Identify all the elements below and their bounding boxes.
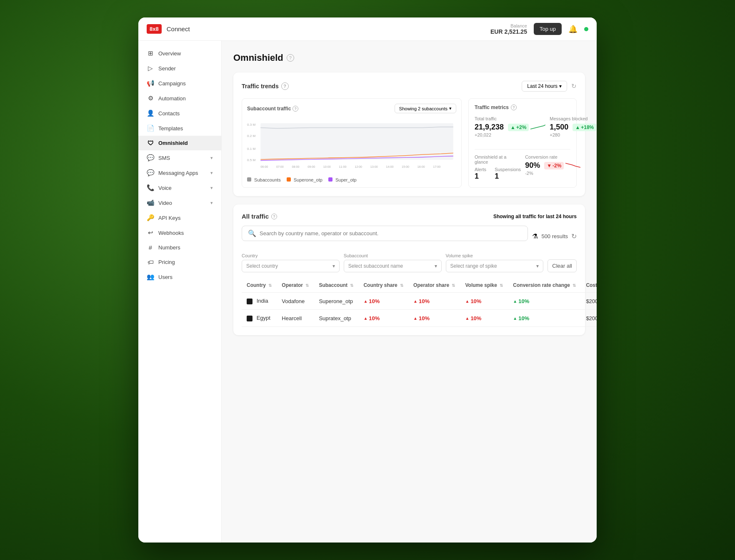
total-traffic-sparkline: [530, 124, 545, 131]
sidebar-item-sender[interactable]: ▷ Sender: [138, 61, 221, 76]
top-up-button[interactable]: Top up: [534, 23, 562, 35]
spike-up-indicator: ▲ 10%: [465, 315, 481, 321]
chevron-down-icon: ▾: [210, 200, 213, 206]
triangle-up-green-icon: ▲: [513, 299, 517, 304]
spike-up-green-indicator: ▲ 10%: [513, 315, 529, 321]
users-icon: 👥: [147, 273, 154, 281]
sidebar-item-omnishield[interactable]: 🛡 Omnishield: [138, 136, 221, 150]
automation-icon: ⚙: [147, 95, 154, 102]
spike-up-green-indicator: ▲ 10%: [513, 298, 529, 304]
omnishield-icon: 🛡: [147, 139, 154, 147]
sidebar-item-label: Omnishield: [158, 140, 188, 146]
sidebar-item-overview[interactable]: ⊞ Overview: [138, 46, 221, 61]
sidebar-item-automation[interactable]: ⚙ Automation: [138, 91, 221, 106]
metrics-info-icon[interactable]: ?: [511, 105, 517, 110]
sidebar-item-api-keys[interactable]: 🔑 API Keys: [138, 210, 221, 225]
legend-super-otp: Super_otp: [328, 177, 357, 182]
all-traffic-card: All traffic ? Showing all traffic for la…: [233, 204, 585, 335]
col-operator: Operator ⇅: [277, 278, 314, 293]
bell-icon[interactable]: 🔔: [568, 25, 578, 34]
sort-icon[interactable]: ⇅: [350, 283, 353, 288]
triangle-up-icon: ▲: [363, 316, 368, 321]
sidebar-item-sms[interactable]: 💬 SMS ▾: [138, 150, 221, 165]
sort-icon[interactable]: ⇅: [572, 283, 576, 288]
svg-text:13:00: 13:00: [370, 165, 378, 169]
cell-volume-spike: ▲ 10%: [460, 293, 508, 310]
sidebar-item-label: Contacts: [158, 110, 180, 117]
spike-up-indicator: ▲ 10%: [363, 298, 380, 304]
clear-all-button[interactable]: Clear all: [548, 259, 577, 272]
subaccounts-filter-button[interactable]: Showing 2 subaccounts ▾: [395, 104, 456, 113]
traffic-trends-info-icon[interactable]: ?: [281, 82, 289, 90]
cell-cost-incurred: $200: [581, 293, 597, 310]
sidebar-item-label: Users: [158, 274, 172, 280]
balance-label: Balance: [490, 23, 527, 28]
chart-subheader: Subaccount traffic ? Showing 2 subaccoun…: [247, 104, 456, 113]
sidebar-item-numbers[interactable]: # Numbers: [138, 240, 221, 255]
svg-text:08:00: 08:00: [292, 165, 300, 169]
traffic-inner: Subaccount traffic ? Showing 2 subaccoun…: [242, 98, 577, 188]
svg-text:0.3 M: 0.3 M: [247, 123, 255, 127]
app-name: Connect: [167, 25, 490, 32]
svg-text:0.5 M: 0.5 M: [247, 158, 255, 162]
refresh-icon[interactable]: ↻: [571, 82, 577, 90]
svg-text:15:00: 15:00: [402, 165, 409, 169]
volume-spike-select[interactable]: Select range of spike ▾: [446, 260, 544, 272]
all-traffic-header: All traffic ? Showing all traffic for la…: [242, 213, 577, 220]
messages-blocked-metric: Messages blocked 1,500 ▲ +18%: [550, 116, 597, 137]
page-header: Omnishield ?: [233, 52, 585, 63]
sidebar-item-contacts[interactable]: 👤 Contacts: [138, 106, 221, 121]
subaccount-traffic-label: Subaccount traffic ?: [247, 106, 298, 112]
time-filter-button[interactable]: Last 24 hours ▾: [522, 81, 567, 92]
sidebar-item-templates[interactable]: 📄 Templates: [138, 121, 221, 136]
voice-icon: 📞: [147, 184, 154, 192]
subaccount-info-icon[interactable]: ?: [292, 106, 298, 112]
sidebar-item-label: SMS: [158, 155, 170, 161]
table-row: Egypt Hearcell Supratex_otp ▲ 10%: [242, 310, 597, 327]
sort-icon[interactable]: ⇅: [305, 283, 309, 288]
top-bar: 8x8 Connect Balance EUR 2,521.25 Top up …: [138, 17, 597, 41]
metrics-title: Traffic metrics ?: [475, 105, 570, 110]
search-input[interactable]: [260, 230, 522, 236]
sidebar-item-voice[interactable]: 📞 Voice ▾: [138, 180, 221, 195]
omnishield-info-icon[interactable]: ?: [287, 54, 294, 62]
cell-subaccount: Superone_otp: [314, 293, 358, 310]
overview-icon: ⊞: [147, 50, 154, 57]
sidebar-item-pricing[interactable]: 🏷 Pricing: [138, 255, 221, 269]
chart-svg: 0.3 M 0.2 M 0.1 M 0.5 M: [247, 117, 456, 173]
subaccount-select[interactable]: Select subaccount name ▾: [344, 260, 442, 272]
alerts-col: Alerts 1: [475, 167, 486, 181]
sort-icon[interactable]: ⇅: [268, 283, 272, 288]
sidebar-item-label: Voice: [158, 185, 172, 191]
country-select[interactable]: Select country ▾: [242, 260, 340, 272]
table-body: India Vodafone Superone_otp ▲ 10%: [242, 293, 597, 327]
sidebar-item-users[interactable]: 👥 Users: [138, 269, 221, 284]
subaccount-filter-group: Subaccount Select subaccount name ▾: [344, 253, 442, 272]
sidebar-item-label: Automation: [158, 95, 186, 102]
triangle-up-icon: ▲: [465, 316, 469, 321]
filter-icon[interactable]: ⚗: [532, 232, 538, 240]
chevron-down-icon: ▾: [559, 83, 562, 89]
sidebar-item-campaigns[interactable]: 📢 Campaigns: [138, 76, 221, 91]
all-traffic-info-icon[interactable]: ?: [271, 214, 277, 219]
messaging-apps-icon: 💬: [147, 169, 154, 177]
cell-subaccount: Supratex_otp: [314, 310, 358, 327]
sidebar-item-label: Video: [158, 200, 172, 206]
all-traffic-table: Country ⇅ Operator ⇅ Subaccount ⇅: [242, 278, 597, 327]
sort-icon[interactable]: ⇅: [400, 283, 403, 288]
sender-icon: ▷: [147, 65, 154, 72]
col-subaccount: Subaccount ⇅: [314, 278, 358, 293]
filters-row: Country Select country ▾ Subaccount Sele…: [242, 253, 577, 272]
sidebar-item-webhooks[interactable]: ↩ Webhooks: [138, 225, 221, 240]
svg-text:06:00: 06:00: [260, 165, 268, 169]
sort-icon[interactable]: ⇅: [452, 283, 455, 288]
traffic-trends-title: Traffic trends ?: [242, 82, 289, 90]
chevron-down-icon: ▾: [449, 106, 452, 111]
status-dot: [584, 27, 588, 31]
chevron-down-icon: ▾: [210, 185, 213, 191]
table-row: India Vodafone Superone_otp ▲ 10%: [242, 293, 597, 310]
sidebar-item-video[interactable]: 📹 Video ▾: [138, 195, 221, 210]
sort-icon[interactable]: ⇅: [500, 283, 503, 288]
refresh-button[interactable]: ↻: [571, 232, 577, 240]
sidebar-item-messaging-apps[interactable]: 💬 Messaging Apps ▾: [138, 165, 221, 180]
